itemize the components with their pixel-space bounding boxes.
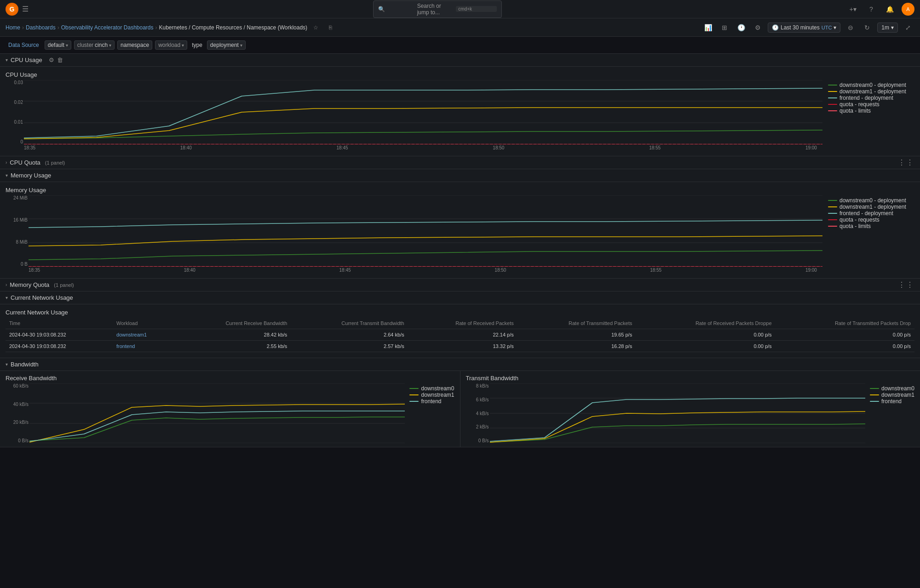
mem-legend-ds1: downstream1 - deployment — [828, 204, 914, 210]
cpu-quota-menu[interactable]: ⋮⋮ — [898, 158, 914, 167]
receive-title: Receive Bandwidth — [6, 375, 454, 383]
rcv-legend-fe: frontend — [409, 398, 454, 405]
home-link[interactable]: Home — [6, 24, 20, 31]
network-panel-content: Time Workload Current Receive Bandwidth … — [0, 318, 920, 358]
transmit-bandwidth-panel: Transmit Bandwidth 8 kB/s 6 kB/s 4 kB/s … — [460, 371, 920, 447]
mem-legend-ds0: downstream0 - deployment — [828, 197, 914, 204]
legend-downstream1-deployment: downstream1 - deployment — [828, 88, 914, 95]
row1-tx-drop: 0.00 p/s — [776, 329, 914, 341]
row2-tx-pkt: 16.28 p/s — [518, 341, 636, 352]
time-range-label: Last 30 minutes — [781, 24, 820, 31]
refresh-interval-label: 1m — [881, 24, 889, 31]
memory-usage-title: Memory Usage — [11, 172, 51, 179]
col-rcv-pkt: Rate of Received Packets — [408, 318, 518, 329]
legend-line-ds0 — [828, 85, 837, 86]
network-collapse-icon: ▾ — [6, 295, 8, 300]
cpu-settings-icon[interactable]: ⚙ — [49, 57, 54, 63]
row2-tx-bw: 2.57 kb/s — [291, 341, 408, 352]
memory-quota-subtitle: (1 panel) — [54, 282, 74, 288]
receive-legend: downstream0 downstream1 frontend — [405, 383, 454, 443]
breadcrumb: Home › Dashboards › Observability Accele… — [6, 21, 337, 34]
star-icon[interactable]: ☆ — [309, 21, 322, 34]
mem-legend-fe: frontend - deployment — [828, 210, 914, 217]
grafana-logo: G — [6, 3, 18, 16]
memory-x-axis: 18:35 18:40 18:45 18:50 18:55 19:00 — [6, 268, 914, 273]
network-row-2: 2024-04-30 19:03:08.232 frontend 2.55 kb… — [6, 341, 914, 352]
legend-quota-requests: quota - requests — [828, 101, 914, 108]
cpu-usage-header[interactable]: ▾ CPU Usage ⚙ 🗑 — [0, 54, 920, 67]
cpu-legend: downstream0 - deployment downstream1 - d… — [822, 80, 914, 144]
row1-rcv-pkt: 22.14 p/s — [408, 329, 518, 341]
network-usage-header[interactable]: ▾ Current Network Usage — [0, 291, 920, 304]
refresh-interval[interactable]: 1m ▾ — [877, 23, 898, 33]
row2-rcv-drop: 0.00 p/s — [636, 341, 775, 352]
search-area[interactable]: 🔍 Search or jump to... cmd+k — [373, 0, 502, 18]
bandwidth-collapse-icon: ▾ — [6, 362, 8, 367]
time-range-selector[interactable]: 🕐 Last 30 minutes UTC ▾ — [768, 23, 840, 33]
avatar[interactable]: A — [902, 3, 914, 16]
tx-legend-ds1: downstream1 — [870, 392, 914, 398]
filter-type[interactable]: deployment ▾ — [207, 40, 246, 50]
cpu-usage-panel: CPU Usage 0.03 0.02 0.01 0 — [0, 67, 920, 156]
legend-line-ql — [828, 110, 837, 111]
row1-workload[interactable]: downstream1 — [113, 329, 176, 341]
transmit-title: Transmit Bandwidth — [466, 375, 915, 383]
bandwidth-header[interactable]: ▾ Bandwidth — [0, 358, 920, 371]
memory-usage-header[interactable]: ▾ Memory Usage — [0, 169, 920, 182]
cpu-delete-icon[interactable]: 🗑 — [57, 57, 63, 63]
receive-chart-area: 60 kB/s 40 kB/s 20 kB/s 0 B/s — [6, 383, 454, 443]
panel-icon[interactable]: ⊞ — [718, 21, 731, 34]
transmit-y-axis: 8 kB/s 6 kB/s 4 kB/s 2 kB/s 0 B/s — [466, 383, 489, 443]
filter-bar: Data Source default ▾ cluster cinch ▾ na… — [0, 37, 920, 54]
tx-legend-ds0: downstream0 — [870, 385, 914, 392]
network-panel: Current Network Usage Time Workload Curr… — [0, 304, 920, 358]
network-panel-title: Current Network Usage — [0, 304, 920, 318]
filter-cluster[interactable]: cluster cinch ▾ — [74, 40, 115, 50]
legend-line-fe — [828, 97, 837, 98]
memory-quota-menu[interactable]: ⋮⋮ — [898, 280, 914, 289]
cpu-panel-title: CPU Usage — [0, 67, 920, 80]
row1-rcv-drop: 0.00 p/s — [636, 329, 775, 341]
row2-workload[interactable]: frontend — [113, 341, 176, 352]
graph-icon[interactable]: 📊 — [702, 21, 714, 34]
observability-link[interactable]: Observability Accelerator Dashboards — [61, 24, 154, 31]
cpu-chart-area: 0.03 0.02 0.01 0 — [6, 80, 914, 144]
mem-legend-qr: quota - requests — [828, 217, 914, 223]
col-rcv-bw: Current Receive Bandwidth — [176, 318, 291, 329]
col-tx-pkt: Rate of Transmitted Packets — [518, 318, 636, 329]
cpu-chart-svg — [24, 80, 822, 144]
filter-workload[interactable]: workload ▾ — [155, 40, 187, 50]
expand-icon[interactable]: ⤢ — [902, 21, 914, 34]
settings-icon[interactable]: ⚙ — [751, 21, 764, 34]
row1-rcv-bw: 28.42 kb/s — [176, 329, 291, 341]
cpu-quota-collapse-icon: › — [6, 160, 7, 165]
legend-line-ds1 — [828, 91, 837, 92]
cpu-collapse-icon: ▾ — [6, 57, 8, 63]
clock-sym: 🕐 — [772, 24, 779, 31]
col-tx-bw: Current Transmit Bandwidth — [291, 318, 408, 329]
cpu-quota-header[interactable]: › CPU Quota (1 panel) ⋮⋮ — [0, 156, 920, 169]
dashboards-link[interactable]: Dashboards — [26, 24, 56, 31]
memory-quota-header[interactable]: › Memory Quota (1 panel) ⋮⋮ — [0, 279, 920, 291]
top-bar: G ☰ 🔍 Search or jump to... cmd+k + ▾ ? 🔔… — [0, 0, 920, 18]
help-icon[interactable]: ? — [865, 3, 878, 16]
nav-actions: 📊 ⊞ 🕐 ⚙ 🕐 Last 30 minutes UTC ▾ ⊖ ↻ 1m ▾… — [702, 21, 914, 34]
transmit-chart-svg — [490, 383, 865, 443]
share-icon[interactable]: ⎘ — [324, 21, 337, 34]
cpu-section-icons: ⚙ 🗑 — [49, 57, 63, 63]
filter-default[interactable]: default ▾ — [45, 40, 71, 50]
filter-namespace[interactable]: namespace — [117, 40, 152, 50]
datasource-label[interactable]: Data Source — [6, 41, 42, 49]
clock-icon[interactable]: 🕐 — [735, 21, 748, 34]
zoom-out-icon[interactable]: ⊖ — [844, 21, 857, 34]
search-box[interactable]: 🔍 Search or jump to... cmd+k — [373, 0, 502, 18]
network-row-1: 2024-04-30 19:03:08.232 downstream1 28.4… — [6, 329, 914, 341]
refresh-icon[interactable]: ↻ — [861, 21, 874, 34]
hamburger-menu[interactable]: ☰ — [22, 5, 29, 13]
mem-legend-ql: quota - limits — [828, 223, 914, 229]
add-button[interactable]: + ▾ — [846, 3, 859, 16]
bell-icon[interactable]: 🔔 — [883, 3, 896, 16]
memory-panel-title: Memory Usage — [0, 182, 920, 195]
memory-panel-content: 24 MiB 16 MiB 8 MiB 0 B — [0, 195, 920, 278]
row2-tx-drop: 0.00 p/s — [776, 341, 914, 352]
